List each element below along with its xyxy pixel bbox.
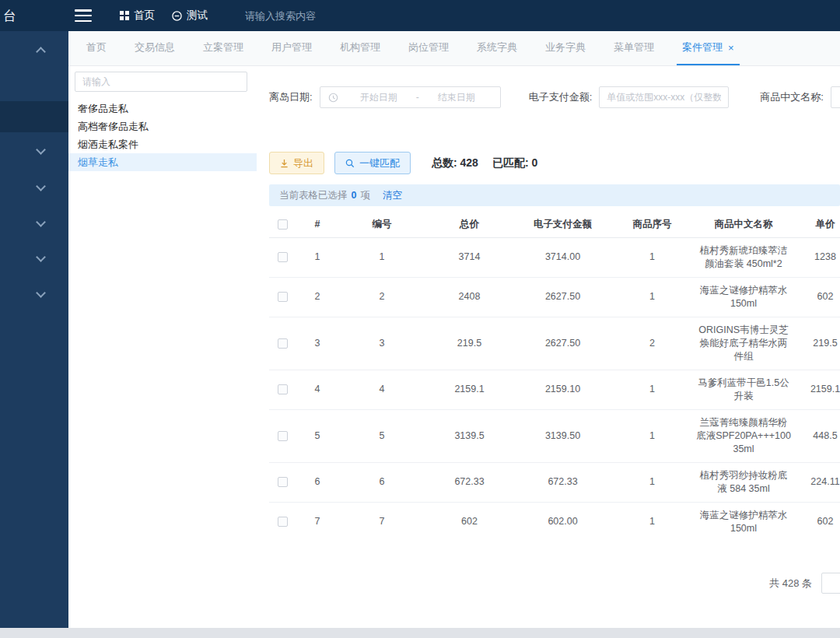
tree-item-luxury[interactable]: 奢侈品走私 (68, 100, 257, 117)
table-row: 3 3 219.5 2627.50 2 ORIGINS韦博士灵芝焕能好底子精华水… (269, 317, 840, 370)
selection-bar: 当前表格已选择 0 项 清空 (269, 184, 840, 206)
bottom-edge (0, 628, 840, 638)
total-records-text: 共 428 条 (769, 577, 812, 591)
chevron-down-icon[interactable] (37, 254, 44, 261)
search-icon (345, 159, 355, 168)
export-button[interactable]: 导出 (269, 152, 324, 174)
tab-menu-mgmt[interactable]: 菜单管理 (608, 31, 660, 65)
matched-count: 已匹配: 0 (492, 156, 537, 170)
circle-minus-icon (172, 11, 182, 21)
row-checkbox[interactable] (278, 384, 288, 394)
top-navbar: 台 首页 测试 (0, 0, 840, 31)
product-name-filter-label: 商品中文名称: (760, 90, 824, 104)
left-sidebar (0, 31, 68, 638)
select-all-checkbox[interactable] (278, 219, 288, 230)
clock-icon (328, 93, 338, 103)
results-table: # 编号 总价 电子支付金额 商品序号 商品中文名称 单价 (269, 212, 840, 537)
tab-post-mgmt[interactable]: 岗位管理 (403, 31, 454, 65)
date-start-placeholder[interactable]: 开始日期 (343, 91, 415, 104)
tab-case-mgmt-active[interactable]: 案件管理 × (677, 31, 740, 65)
pagination-control[interactable] (821, 573, 840, 594)
col-header-total-price[interactable]: 总价 (425, 212, 514, 237)
product-name-filter-input[interactable] (831, 86, 840, 108)
case-type-panel: 奢侈品走私 高档奢侈品走私 烟酒走私案件 烟草走私 (68, 66, 257, 638)
row-checkbox[interactable] (278, 252, 288, 262)
match-button-label: 一键匹配 (359, 156, 400, 170)
col-header-index[interactable]: # (296, 212, 339, 237)
global-search-input[interactable] (245, 10, 385, 22)
chevron-down-icon[interactable] (37, 183, 44, 190)
tree-item-highend-luxury[interactable]: 高档奢侈品走私 (68, 117, 257, 135)
table-row: 4 4 2159.1 2159.10 1 马爹利蓝带干邑1.5公升装 2159.… (269, 370, 840, 409)
col-header-product-seq[interactable]: 商品序号 (611, 212, 693, 237)
col-header-unit-price[interactable]: 单价 (794, 212, 840, 237)
chevron-down-icon[interactable] (37, 146, 44, 153)
nav-test[interactable]: 测试 (172, 9, 208, 23)
tab-org-mgmt[interactable]: 机构管理 (334, 31, 386, 65)
nav-home[interactable]: 首页 (120, 9, 155, 23)
grid-icon (120, 11, 129, 20)
table-header-row: # 编号 总价 电子支付金额 商品序号 商品中文名称 单价 (269, 212, 840, 237)
clear-selection-link[interactable]: 清空 (383, 189, 402, 202)
export-button-label: 导出 (293, 156, 313, 170)
table-row: 5 5 3139.5 3139.50 1 兰蔻菁纯臻颜精华粉底液SPF20PA+… (269, 409, 840, 462)
pagination-footer: 共 428 条 (269, 573, 840, 594)
main-panel: 离岛日期: 开始日期 - 结束日期 电子支付金额: 商品中文名称: (257, 66, 840, 638)
date-end-placeholder[interactable]: 结束日期 (421, 91, 492, 104)
tab-trade-info[interactable]: 交易信息 (129, 31, 180, 65)
tree-item-tobacco-alcohol[interactable]: 烟酒走私案件 (68, 135, 257, 153)
chevron-up-icon[interactable] (37, 48, 44, 55)
selection-suffix: 项 (360, 189, 370, 202)
row-checkbox[interactable] (278, 431, 288, 441)
selection-prefix: 当前表格已选择 (279, 189, 348, 202)
col-header-number[interactable]: 编号 (339, 212, 425, 237)
tree-item-tobacco-selected[interactable]: 烟草走私 (68, 153, 257, 171)
close-icon[interactable]: × (728, 42, 734, 54)
row-checkbox[interactable] (278, 338, 288, 349)
chevron-down-icon[interactable] (37, 289, 44, 296)
download-icon (280, 159, 289, 168)
row-checkbox[interactable] (278, 517, 288, 527)
filter-row: 离岛日期: 开始日期 - 结束日期 电子支付金额: 商品中文名称: (269, 86, 840, 108)
app-logo: 台 (0, 7, 75, 25)
col-header-epay-amount[interactable]: 电子支付金额 (514, 212, 611, 237)
total-count: 总数: 428 (432, 156, 478, 170)
toolbar: 导出 一键匹配 总数: 428 已匹配: 0 (269, 152, 840, 174)
one-key-match-button[interactable]: 一键匹配 (334, 152, 411, 174)
tree-search-input[interactable] (75, 72, 247, 92)
date-range-picker[interactable]: 开始日期 - 结束日期 (320, 86, 501, 108)
date-separator: - (415, 92, 421, 103)
row-checkbox[interactable] (278, 292, 288, 302)
tab-user-mgmt[interactable]: 用户管理 (266, 31, 317, 65)
table-row: 2 2 2408 2627.50 1 海蓝之谜修护精萃水 150ml 602 (269, 277, 840, 317)
nav-test-label: 测试 (187, 9, 208, 23)
sidebar-active-item[interactable] (0, 101, 68, 132)
col-header-product-name[interactable]: 商品中文名称 (693, 212, 794, 237)
global-search[interactable] (245, 9, 385, 23)
amount-filter-input[interactable] (599, 86, 729, 108)
amount-filter-label: 电子支付金额: (529, 90, 593, 104)
tab-system-dict[interactable]: 系统字典 (471, 31, 523, 65)
table-row: 7 7 602 602.00 1 海蓝之谜修护精萃水 150ml 602 (269, 502, 840, 537)
tab-home[interactable]: 首页 (81, 31, 112, 65)
nav-home-label: 首页 (134, 9, 155, 23)
tab-bar: 首页 交易信息 立案管理 用户管理 机构管理 岗位管理 系统字典 业务字典 菜单… (68, 31, 840, 66)
tab-business-dict[interactable]: 业务字典 (540, 31, 591, 65)
hamburger-menu-icon[interactable] (75, 9, 93, 22)
tab-case-filing[interactable]: 立案管理 (198, 31, 249, 65)
row-checkbox[interactable] (278, 477, 288, 487)
table-row: 6 6 672.33 672.33 1 植村秀羽纱持妆粉底液 584 35ml … (269, 462, 840, 502)
chevron-down-icon[interactable] (37, 219, 44, 226)
table-row: 1 1 3714 3714.00 1 植村秀新琥珀臻萃洁颜油套装 450ml*2… (269, 237, 840, 277)
date-filter-label: 离岛日期: (269, 90, 313, 104)
selection-count: 0 (352, 190, 357, 201)
